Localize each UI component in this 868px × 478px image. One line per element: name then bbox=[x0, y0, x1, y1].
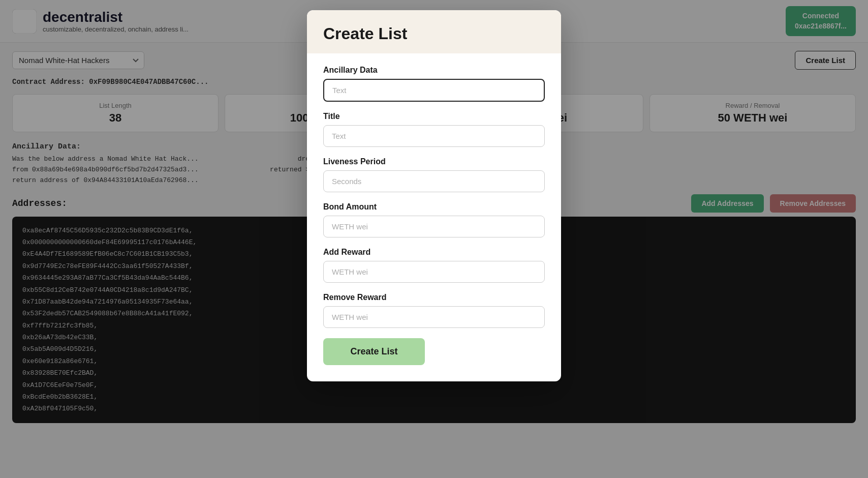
form-group-0: Ancillary Data bbox=[323, 66, 545, 102]
form-label-0: Ancillary Data bbox=[323, 66, 545, 75]
form-input-liveness-period[interactable] bbox=[323, 170, 545, 192]
form-input-add-reward[interactable] bbox=[323, 261, 545, 283]
form-group-2: Liveness Period bbox=[323, 157, 545, 192]
modal-title: Create List bbox=[323, 24, 545, 43]
form-label-1: Title bbox=[323, 112, 545, 121]
form-label-2: Liveness Period bbox=[323, 157, 545, 166]
form-input-bond-amount[interactable] bbox=[323, 216, 545, 237]
modal-create-list-button[interactable]: Create List bbox=[323, 338, 425, 365]
modal-header: Create List bbox=[307, 10, 561, 53]
form-input-ancillary-data[interactable] bbox=[323, 79, 545, 102]
form-input-title[interactable] bbox=[323, 125, 545, 147]
form-group-1: Title bbox=[323, 112, 545, 147]
form-label-5: Remove Reward bbox=[323, 293, 545, 302]
modal-body: Ancillary DataTitleLiveness PeriodBond A… bbox=[307, 53, 561, 381]
modal-overlay[interactable]: Create List Ancillary DataTitleLiveness … bbox=[0, 0, 868, 478]
form-label-4: Add Reward bbox=[323, 248, 545, 257]
form-group-4: Add Reward bbox=[323, 248, 545, 283]
form-label-3: Bond Amount bbox=[323, 202, 545, 212]
form-group-3: Bond Amount bbox=[323, 202, 545, 237]
create-list-modal: Create List Ancillary DataTitleLiveness … bbox=[307, 10, 561, 381]
form-group-5: Remove Reward bbox=[323, 293, 545, 328]
form-input-remove-reward[interactable] bbox=[323, 306, 545, 328]
